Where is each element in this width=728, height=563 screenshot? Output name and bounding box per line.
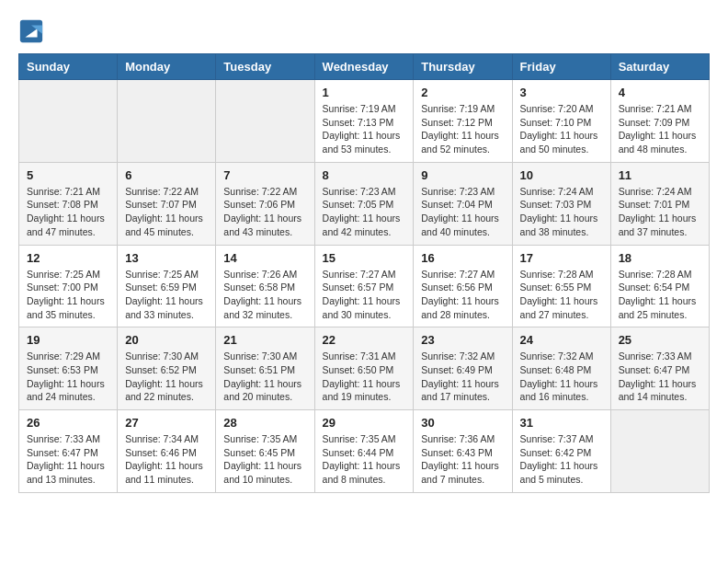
calendar-cell: 8Sunrise: 7:23 AM Sunset: 7:05 PM Daylig… — [314, 162, 414, 245]
calendar-week-row: 5Sunrise: 7:21 AM Sunset: 7:08 PM Daylig… — [19, 162, 710, 245]
calendar-cell: 4Sunrise: 7:21 AM Sunset: 7:09 PM Daylig… — [610, 80, 709, 163]
calendar-cell: 7Sunrise: 7:22 AM Sunset: 7:06 PM Daylig… — [216, 162, 314, 245]
calendar-cell: 24Sunrise: 7:32 AM Sunset: 6:48 PM Dayli… — [512, 327, 610, 410]
day-number: 10 — [520, 168, 603, 182]
calendar-cell: 28Sunrise: 7:35 AM Sunset: 6:45 PM Dayli… — [216, 410, 314, 493]
calendar-cell: 31Sunrise: 7:37 AM Sunset: 6:42 PM Dayli… — [512, 410, 610, 493]
day-number: 22 — [323, 333, 406, 347]
day-info: Sunrise: 7:30 AM Sunset: 6:51 PM Dayligh… — [223, 350, 306, 404]
day-info: Sunrise: 7:22 AM Sunset: 7:06 PM Dayligh… — [223, 185, 306, 239]
calendar-cell — [216, 80, 314, 163]
day-info: Sunrise: 7:36 AM Sunset: 6:43 PM Dayligh… — [421, 432, 504, 487]
day-info: Sunrise: 7:30 AM Sunset: 6:52 PM Dayligh… — [125, 350, 208, 404]
day-info: Sunrise: 7:34 AM Sunset: 6:46 PM Dayligh… — [125, 432, 208, 487]
calendar-cell: 5Sunrise: 7:21 AM Sunset: 7:08 PM Daylig… — [19, 162, 118, 245]
calendar-cell: 20Sunrise: 7:30 AM Sunset: 6:52 PM Dayli… — [118, 327, 216, 410]
calendar-cell: 21Sunrise: 7:30 AM Sunset: 6:51 PM Dayli… — [216, 327, 314, 410]
calendar-cell: 26Sunrise: 7:33 AM Sunset: 6:47 PM Dayli… — [19, 410, 118, 493]
day-info: Sunrise: 7:26 AM Sunset: 6:58 PM Dayligh… — [223, 268, 306, 322]
day-info: Sunrise: 7:27 AM Sunset: 6:56 PM Dayligh… — [421, 268, 504, 322]
calendar-body: 1Sunrise: 7:19 AM Sunset: 7:13 PM Daylig… — [19, 80, 710, 493]
day-number: 28 — [223, 416, 306, 430]
day-info: Sunrise: 7:22 AM Sunset: 7:07 PM Dayligh… — [125, 185, 208, 239]
day-info: Sunrise: 7:31 AM Sunset: 6:50 PM Dayligh… — [323, 350, 406, 404]
calendar-cell: 12Sunrise: 7:25 AM Sunset: 7:00 PM Dayli… — [19, 245, 118, 327]
day-info: Sunrise: 7:19 AM Sunset: 7:12 PM Dayligh… — [421, 102, 504, 156]
weekday-header: Tuesday — [216, 54, 314, 80]
calendar-cell: 15Sunrise: 7:27 AM Sunset: 6:57 PM Dayli… — [314, 245, 414, 327]
calendar-cell: 11Sunrise: 7:24 AM Sunset: 7:01 PM Dayli… — [610, 162, 709, 245]
calendar-cell: 19Sunrise: 7:29 AM Sunset: 6:53 PM Dayli… — [19, 327, 118, 410]
day-number: 17 — [520, 251, 603, 265]
weekday-header: Saturday — [610, 54, 709, 80]
day-number: 9 — [421, 168, 504, 182]
day-number: 30 — [421, 416, 504, 430]
logo — [18, 18, 48, 44]
weekday-header: Wednesday — [314, 54, 414, 80]
calendar-week-row: 12Sunrise: 7:25 AM Sunset: 7:00 PM Dayli… — [19, 245, 710, 327]
calendar-cell: 27Sunrise: 7:34 AM Sunset: 6:46 PM Dayli… — [118, 410, 216, 493]
calendar-cell: 25Sunrise: 7:33 AM Sunset: 6:47 PM Dayli… — [610, 327, 709, 410]
day-number: 25 — [619, 333, 701, 347]
calendar-cell: 23Sunrise: 7:32 AM Sunset: 6:49 PM Dayli… — [414, 327, 512, 410]
day-number: 20 — [125, 333, 208, 347]
calendar-cell: 18Sunrise: 7:28 AM Sunset: 6:54 PM Dayli… — [610, 245, 709, 327]
calendar-cell: 13Sunrise: 7:25 AM Sunset: 6:59 PM Dayli… — [118, 245, 216, 327]
calendar-week-row: 1Sunrise: 7:19 AM Sunset: 7:13 PM Daylig… — [19, 80, 710, 163]
calendar-week-row: 26Sunrise: 7:33 AM Sunset: 6:47 PM Dayli… — [19, 410, 710, 493]
day-info: Sunrise: 7:25 AM Sunset: 6:59 PM Dayligh… — [125, 268, 208, 322]
day-info: Sunrise: 7:33 AM Sunset: 6:47 PM Dayligh… — [27, 432, 109, 487]
day-number: 18 — [619, 251, 701, 265]
day-info: Sunrise: 7:33 AM Sunset: 6:47 PM Dayligh… — [619, 350, 701, 404]
calendar-cell — [118, 80, 216, 163]
day-number: 2 — [421, 86, 504, 99]
svg-rect-0 — [20, 20, 42, 42]
day-number: 11 — [619, 168, 701, 182]
calendar: SundayMondayTuesdayWednesdayThursdayFrid… — [18, 53, 710, 493]
day-number: 19 — [27, 333, 109, 347]
day-info: Sunrise: 7:24 AM Sunset: 7:01 PM Dayligh… — [619, 185, 701, 239]
calendar-cell: 29Sunrise: 7:35 AM Sunset: 6:44 PM Dayli… — [314, 410, 414, 493]
day-number: 27 — [125, 416, 208, 430]
weekday-header: Monday — [118, 54, 216, 80]
day-number: 13 — [125, 251, 208, 265]
weekday-header: Friday — [512, 54, 610, 80]
day-number: 12 — [27, 251, 109, 265]
day-info: Sunrise: 7:23 AM Sunset: 7:05 PM Dayligh… — [323, 185, 406, 239]
day-number: 14 — [223, 251, 306, 265]
calendar-cell — [610, 410, 709, 493]
calendar-cell: 3Sunrise: 7:20 AM Sunset: 7:10 PM Daylig… — [512, 80, 610, 163]
day-number: 31 — [520, 416, 603, 430]
day-number: 15 — [323, 251, 406, 265]
day-info: Sunrise: 7:24 AM Sunset: 7:03 PM Dayligh… — [520, 185, 603, 239]
day-info: Sunrise: 7:37 AM Sunset: 6:42 PM Dayligh… — [520, 432, 603, 487]
day-info: Sunrise: 7:27 AM Sunset: 6:57 PM Dayligh… — [323, 268, 406, 322]
day-number: 16 — [421, 251, 504, 265]
day-info: Sunrise: 7:32 AM Sunset: 6:48 PM Dayligh… — [520, 350, 603, 404]
calendar-cell — [19, 80, 118, 163]
day-info: Sunrise: 7:23 AM Sunset: 7:04 PM Dayligh… — [421, 185, 504, 239]
calendar-cell: 6Sunrise: 7:22 AM Sunset: 7:07 PM Daylig… — [118, 162, 216, 245]
day-info: Sunrise: 7:28 AM Sunset: 6:55 PM Dayligh… — [520, 268, 603, 322]
day-number: 24 — [520, 333, 603, 347]
weekday-header: Sunday — [19, 54, 118, 80]
calendar-week-row: 19Sunrise: 7:29 AM Sunset: 6:53 PM Dayli… — [19, 327, 710, 410]
page-header — [18, 18, 710, 44]
calendar-cell: 9Sunrise: 7:23 AM Sunset: 7:04 PM Daylig… — [414, 162, 512, 245]
calendar-header-row: SundayMondayTuesdayWednesdayThursdayFrid… — [19, 54, 710, 80]
day-number: 21 — [223, 333, 306, 347]
calendar-cell: 16Sunrise: 7:27 AM Sunset: 6:56 PM Dayli… — [414, 245, 512, 327]
day-number: 23 — [421, 333, 504, 347]
calendar-cell: 14Sunrise: 7:26 AM Sunset: 6:58 PM Dayli… — [216, 245, 314, 327]
day-number: 8 — [323, 168, 406, 182]
day-info: Sunrise: 7:35 AM Sunset: 6:44 PM Dayligh… — [323, 432, 406, 487]
calendar-cell: 22Sunrise: 7:31 AM Sunset: 6:50 PM Dayli… — [314, 327, 414, 410]
day-info: Sunrise: 7:25 AM Sunset: 7:00 PM Dayligh… — [27, 268, 109, 322]
day-number: 1 — [323, 86, 406, 99]
weekday-header: Thursday — [414, 54, 512, 80]
day-number: 29 — [323, 416, 406, 430]
logo-icon — [18, 18, 44, 44]
day-info: Sunrise: 7:21 AM Sunset: 7:08 PM Dayligh… — [27, 185, 109, 239]
day-info: Sunrise: 7:29 AM Sunset: 6:53 PM Dayligh… — [27, 350, 109, 404]
calendar-cell: 1Sunrise: 7:19 AM Sunset: 7:13 PM Daylig… — [314, 80, 414, 163]
